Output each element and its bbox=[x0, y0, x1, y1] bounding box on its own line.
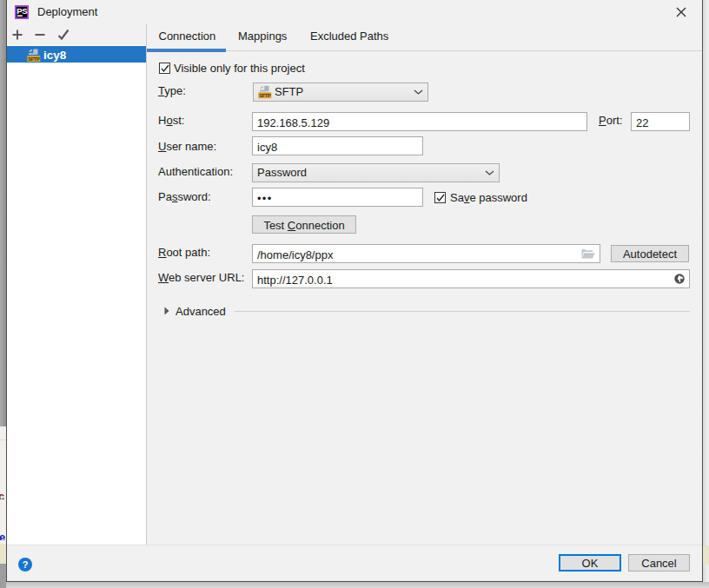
svg-text:PS: PS bbox=[17, 6, 27, 16]
svg-text:SFTP: SFTP bbox=[28, 56, 40, 62]
svg-text:SFTP: SFTP bbox=[259, 93, 271, 98]
